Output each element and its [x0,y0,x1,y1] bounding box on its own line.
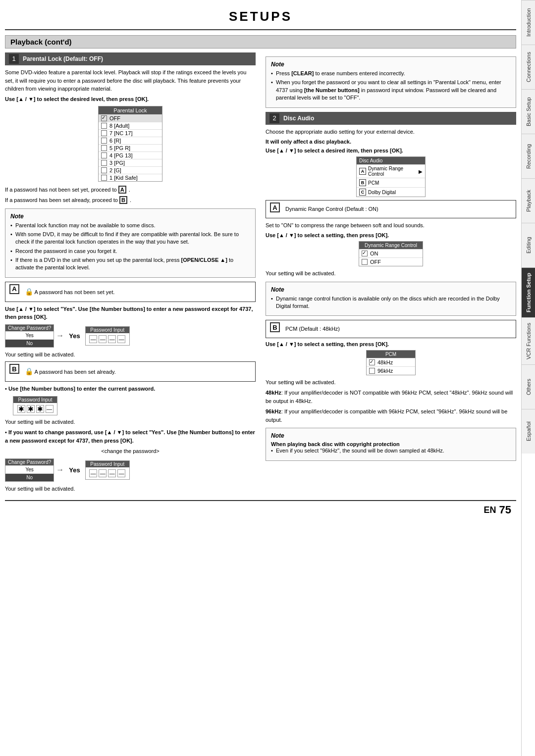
pwd-slot-2-4: — [117,469,125,477]
sidebar-tab-others[interactable]: Others [522,364,535,409]
parental-row-off[interactable]: OFF [99,114,162,122]
b-pwd-input-header: Password Input [13,397,57,403]
parental-row-1[interactable]: 1 [Kid Safe] [99,174,162,181]
sidebar-tab-basic-setup[interactable]: Basic Setup [522,89,535,134]
parental-check-4 [101,152,107,158]
pwd-slot-1: — [89,335,97,343]
drc-note-item-1: Dynamic range control function is availa… [271,295,511,310]
b-use-number: • Use [the Number buttons] to enter the … [5,385,256,393]
b-activated2: Your setting will be activated. [5,485,256,493]
bottom-note-list: Even if you select "96kHz", the sound wi… [271,447,511,454]
pwd-slot-2-3: — [108,469,116,477]
a-label: A [9,284,19,294]
change-password-diagram: Change Password? Yes No → Yes Password I… [5,324,256,348]
pwd-input-header: Password Input [86,327,129,333]
pcm-b-instruction: Use [▲ / ▼] to select a setting, then pr… [266,341,516,347]
yes-row-2: Yes [5,465,54,473]
pwd-arrow-2: → [56,465,64,474]
da-row-c[interactable]: C Dolby Digital [357,187,425,197]
parental-note-box: Note Parental lock function may not be a… [5,208,256,278]
b-pwd-slot-1: ✱ [17,405,25,413]
pcm-activated: Your setting will be activated. [266,378,516,387]
pcm-96-desc: 96kHz: If your amplifier/decoder is comp… [266,407,516,424]
b-activated: Your setting will be activated. [5,418,256,426]
drc-a-label: A [270,202,280,212]
disc-audio-instruction1: It will only affect a disc playback. [266,139,516,145]
parental-note-item-3: Record the password in case you forget i… [10,248,250,255]
right-note-item-2: When you forget the password or you want… [271,79,511,101]
parental-check-5 [101,145,107,151]
drc-row-on[interactable]: ON [359,249,423,257]
sidebar-tab-espanol[interactable]: Español [522,409,535,454]
parental-row-4[interactable]: 4 [PG 13] [99,151,162,159]
proceed-a-text: If a password has not been set yet, proc… [5,186,256,194]
parental-row-2[interactable]: 2 [G] [99,166,162,174]
da-row-a[interactable]: A Dynamic Range Control ▶ [357,164,425,178]
change-pwd-box-2: Change Password? Yes No [5,458,54,482]
parental-check-8 [101,123,107,129]
yes-label: Yes [69,332,80,340]
proceed-b-label: B [119,196,127,204]
drc-check-on [362,251,368,256]
parental-lock-instruction: Use [▲ / ▼] to select the desired level,… [5,96,256,102]
sidebar-tab-recording[interactable]: Recording [522,134,535,178]
da-letter-a: A [359,168,366,175]
pwd-slot-2: — [99,335,107,343]
pwd-input-header-2: Password Input [86,461,129,467]
pwd-input-box: Password Input — — — — [85,326,130,346]
pwd-slots: — — — — [86,333,129,345]
pwd-slot-3: — [108,335,116,343]
disc-audio-num: 2 [269,113,279,123]
drc-a-body: Set to "ON" to compress the range betwee… [266,221,516,230]
sidebar-tab-function-setup[interactable]: Function Setup [522,267,535,317]
parental-note-item-1: Parental lock function may not be availa… [10,222,250,229]
pcm-48-desc: 48kHz: If your amplifier/decoder is NOT … [266,389,516,405]
pcm-b-text: PCM (Default : 48kHz) [285,325,340,333]
pcm-table-header: PCM [367,351,415,358]
parental-row-5[interactable]: 5 [PG R] [99,144,162,151]
b-pwd-input-box: Password Input ✱ ✱ ✱ — [13,396,57,415]
drc-activated: Your setting will be activated. [266,269,516,278]
parental-check-2 [101,167,107,173]
pwd-slots-2: — — — — [86,467,129,479]
yes-row: Yes [5,331,54,339]
da-row-b[interactable]: B PCM [357,178,425,187]
parental-row-3[interactable]: 3 [PG] [99,159,162,166]
pcm-row-48[interactable]: 48kHz [367,358,415,366]
bottom-note-subtitle: When playing back disc with copyright pr… [271,441,511,447]
sidebar-tab-introduction[interactable]: Introduction [522,0,535,45]
pcm-table: PCM 48kHz 96kHz [366,350,416,375]
pwd-slot-4: — [117,335,125,343]
parental-note-list: Parental lock function may not be availa… [10,222,250,272]
sidebar-tab-connections[interactable]: Connections [522,45,535,89]
b-text: 🔒 A password has been set already. [25,366,116,377]
b-pwd-slot-3: ✱ [36,405,44,413]
footer: EN 75 [5,500,516,519]
sidebar-tab-playback[interactable]: Playback [522,178,535,223]
pwd-input-box-2: Password Input — — — — [85,460,130,480]
drc-a-text: Dynamic Range Control (Default : ON) [285,205,378,213]
drc-table: Dynamic Range Control ON OFF [359,241,423,266]
parental-check-7 [101,130,107,136]
a-text: 🔒 A password has not been set yet. [25,287,115,297]
proceed-a-label: A [118,186,126,194]
drc-note-list: Dynamic range control function is availa… [271,295,511,310]
da-letter-b: B [359,179,366,186]
drc-a-instruction: Use [▲ / ▼] to select a setting, then pr… [266,232,516,238]
b-section: B 🔒 A password has been set already. [5,361,256,382]
pcm-row-96[interactable]: 96kHz [367,366,415,375]
b-pwd-slots: ✱ ✱ ✱ — [13,403,57,415]
a-section: A 🔒 A password has not been set yet. [5,282,256,302]
bottom-note-box: Note When playing back disc with copyrig… [266,428,516,460]
sidebar-tab-editing[interactable]: Editing [522,223,535,267]
bottom-note-item-1: Even if you select "96kHz", the sound wi… [271,447,511,454]
parental-row-8[interactable]: 8 [Adult] [99,122,162,129]
parental-row-6[interactable]: 6 [R] [99,137,162,144]
drc-row-off[interactable]: OFF [359,257,423,266]
parental-row-7[interactable]: 7 [NC 17] [99,129,162,137]
sidebar-tab-vcr-functions[interactable]: VCR Functions [522,317,535,364]
parental-note-title: Note [10,213,250,220]
da-letter-c: C [359,189,366,196]
pcm-check-96 [369,368,375,374]
parental-note-item-4: If there is a DVD in the unit when you s… [10,256,250,272]
